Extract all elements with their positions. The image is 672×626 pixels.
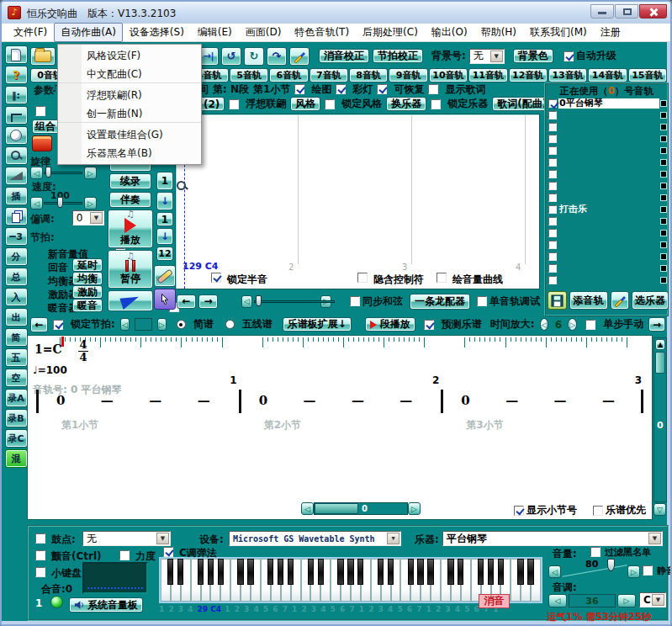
track-tab[interactable]: 15音轨 — [628, 68, 667, 82]
volume-slider-right[interactable]: ▷ — [627, 565, 640, 578]
row-marker[interactable] — [661, 125, 666, 130]
track-tab[interactable]: 13音轨 — [548, 68, 587, 82]
score-area[interactable]: 1=C 44 ♩=100 音轨号: 0 平台钢琴 1 0——— 第1小节 2 — [27, 335, 653, 520]
row-marker[interactable] — [661, 172, 666, 177]
piano-key-black[interactable] — [517, 559, 523, 585]
hslider[interactable] — [254, 294, 320, 308]
instrument-checkbox[interactable] — [548, 217, 557, 225]
menubar-item[interactable]: 设备选择(S) — [123, 23, 191, 42]
track-tab[interactable]: 11音轨 — [468, 68, 507, 82]
brush-button[interactable] — [611, 291, 630, 310]
menu-item[interactable]: 风格设定(F) — [58, 46, 201, 65]
score-down-button[interactable]: ▽ — [653, 503, 666, 516]
silent-checkbox[interactable] — [643, 565, 653, 576]
pause-button[interactable]: ♫ 暂停 — [108, 250, 153, 289]
maximize-button[interactable] — [615, 4, 638, 19]
instrument-row[interactable] — [548, 145, 666, 156]
piano-key-black[interactable] — [218, 559, 224, 585]
counter-12[interactable]: 12 — [156, 247, 173, 261]
volume-slider-left[interactable]: ◁ — [548, 565, 561, 578]
sidebar-button[interactable] — [5, 207, 28, 225]
staff-radio[interactable] — [225, 320, 235, 329]
system-volume-button[interactable]: 系统音量板 — [69, 597, 143, 613]
lock-beat-checkbox[interactable] — [53, 320, 63, 330]
dropdown-arrow-icon[interactable]: ▼ — [652, 594, 664, 606]
score-first-checkbox[interactable] — [593, 506, 603, 516]
track-tab[interactable]: 8音轨 — [349, 68, 388, 82]
menubar-item[interactable]: 注册 — [594, 23, 627, 42]
piano-key-black[interactable] — [177, 559, 183, 585]
instrument-checkbox[interactable] — [548, 182, 557, 190]
step-down-button[interactable]: ↓ — [156, 192, 173, 210]
close-button[interactable] — [639, 4, 667, 19]
fuxiang-checkbox[interactable] — [229, 99, 239, 109]
row-marker[interactable] — [661, 113, 666, 118]
menubar-item[interactable]: 输出(O) — [425, 23, 474, 42]
instrument-row[interactable] — [548, 227, 666, 239]
lock-beat-right[interactable]: ▷ — [157, 318, 167, 331]
counter-1[interactable]: 1 — [156, 172, 173, 190]
pitch-left[interactable]: ◁ — [548, 594, 567, 607]
dropdown-arrow-icon[interactable]: ▼ — [90, 212, 103, 224]
delay-button[interactable]: 延时 — [72, 258, 103, 272]
track-tab[interactable]: 12音轨 — [509, 68, 548, 82]
next-button[interactable]: → — [648, 317, 665, 332]
hslider-thumb[interactable] — [256, 295, 262, 306]
lyrics-compose-button[interactable]: 歌词(配曲) — [492, 97, 552, 111]
instrument-row[interactable] — [548, 121, 666, 133]
instrument-row[interactable] — [548, 239, 666, 251]
row-marker[interactable] — [661, 254, 666, 259]
scroll-up-button[interactable]: ▲ — [655, 339, 665, 350]
row-marker[interactable] — [661, 242, 666, 247]
row-marker[interactable] — [661, 207, 666, 212]
prev-button[interactable]: ← — [30, 317, 48, 332]
equalize-button[interactable]: 均衡 — [72, 272, 103, 285]
mute-correction-button[interactable]: 消音校正 — [319, 49, 369, 63]
instrument-checkbox[interactable] — [548, 194, 557, 202]
row-marker[interactable] — [661, 160, 666, 165]
sidebar-button[interactable] — [5, 45, 28, 64]
instrument-row[interactable] — [548, 251, 666, 263]
accompany-button[interactable]: 伴奏 — [109, 192, 151, 208]
row-marker[interactable] — [661, 219, 666, 224]
style-button[interactable]: 风格 — [290, 97, 320, 111]
row-marker[interactable] — [661, 195, 666, 200]
scroll-left-button[interactable]: ← — [177, 294, 196, 309]
instrument-checkbox[interactable] — [548, 229, 557, 237]
hidden-controller-checkbox[interactable] — [357, 273, 368, 283]
sidebar-button[interactable]: 总 — [5, 268, 28, 286]
predict-score-checkbox[interactable] — [424, 320, 434, 330]
draw-pen-button[interactable] — [108, 290, 153, 311]
offset-select[interactable]: 0▼ — [72, 210, 104, 225]
menubar-item[interactable]: 文件(F) — [7, 23, 54, 42]
lock-beat-box[interactable] — [135, 318, 152, 331]
dropdown-arrow-icon[interactable]: ▼ — [387, 533, 399, 544]
instrument-checkbox[interactable] — [548, 252, 557, 261]
background-no-select[interactable]: 无▼ — [469, 49, 505, 64]
piano-key-black[interactable] — [198, 559, 204, 585]
piano-key-black[interactable] — [288, 559, 294, 585]
speed-slider[interactable] — [44, 202, 82, 204]
lock-instrument-checkbox[interactable] — [431, 99, 441, 109]
speed-slider-left[interactable]: ◁ — [30, 197, 43, 210]
sidebar-button[interactable]: 3 — [5, 227, 28, 246]
sidebar-button[interactable]: 五 — [5, 348, 28, 367]
piano-key-black[interactable] — [347, 559, 353, 585]
row-marker[interactable] — [661, 278, 666, 283]
vscroll-thumb[interactable] — [655, 352, 665, 374]
melody-slider-left[interactable]: ◁ — [30, 167, 43, 179]
row-marker[interactable] — [661, 231, 666, 236]
sync-chord-checkbox[interactable] — [350, 296, 360, 306]
title-bar[interactable]: ♪ 恒乐交响曲 版本：V13.3.2103 — [2, 2, 670, 24]
auto-upgrade-checkbox[interactable] — [564, 51, 574, 61]
hscroll-right[interactable]: ▷ — [408, 502, 421, 515]
step-down-button-2[interactable]: ↓ — [156, 228, 173, 245]
filter-blacklist-checkbox[interactable] — [590, 547, 601, 557]
velocity-checkbox[interactable] — [119, 550, 130, 560]
score-hscrollbar[interactable]: ◁ 0 ▷ — [301, 502, 421, 515]
dropdown-arrow-icon[interactable]: ▼ — [490, 50, 503, 62]
params-tab-label[interactable]: 参数 — [34, 83, 54, 98]
single-step-checkbox[interactable] — [585, 320, 595, 330]
undo-button[interactable]: ↺ — [221, 47, 241, 66]
excite-button[interactable]: 激励 — [72, 285, 103, 299]
